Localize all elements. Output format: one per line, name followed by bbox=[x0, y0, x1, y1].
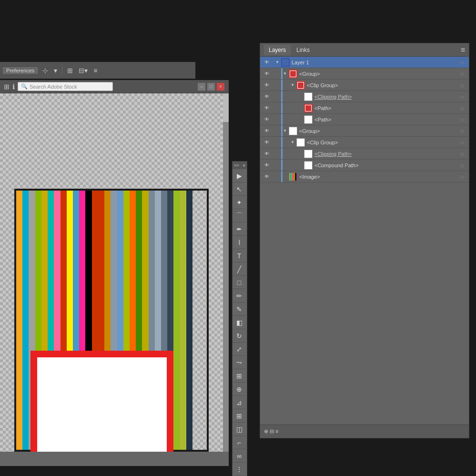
layer-target-circle[interactable]: ○ bbox=[456, 91, 469, 102]
shape-builder-tool[interactable]: ⊕ bbox=[233, 383, 246, 396]
expand-arrow-icon[interactable] bbox=[296, 102, 304, 114]
top-toolbar: Preferences ⊹ ▾ ⊞ ⊟▾ ≡ bbox=[0, 62, 195, 79]
layer-row[interactable]: 👁<Compound Path>○ bbox=[260, 160, 469, 171]
layer-row[interactable]: 👁▼<Clip Group>○ bbox=[260, 80, 469, 91]
grid-icon[interactable]: ⊞ bbox=[65, 66, 75, 75]
layer-visibility-icon[interactable]: 👁 bbox=[260, 114, 273, 125]
layer-thumbnail bbox=[304, 115, 313, 124]
layer-row[interactable]: 👁<Path>○ bbox=[260, 114, 469, 125]
layer-target-circle[interactable]: ○ bbox=[456, 137, 469, 148]
layer-target-circle[interactable]: ○ bbox=[456, 68, 469, 80]
scrollbar-thumb[interactable] bbox=[223, 93, 229, 122]
layer-visibility-icon[interactable]: 👁 bbox=[260, 102, 273, 114]
layer-name: <Clipping Path> bbox=[314, 151, 456, 157]
layers-list: 👁▼Layer 1○👁▼<Group>○👁▼<Clip Group>○👁<Cli… bbox=[260, 57, 469, 182]
pen-tool[interactable]: ✒ bbox=[233, 223, 246, 236]
layer-row[interactable]: 👁<Clipping Path>○ bbox=[260, 91, 469, 102]
expand-arrow-icon[interactable] bbox=[296, 160, 304, 171]
layer-visibility-icon[interactable]: 👁 bbox=[260, 57, 273, 68]
doc-titlebar: ⊞ ℹ 🔍 Search Adobe Stock – □ × bbox=[0, 80, 229, 93]
direct-selection-tool[interactable]: ↖ bbox=[233, 182, 246, 196]
layers-menu-icon[interactable]: ≡ bbox=[461, 46, 465, 54]
preferences-button[interactable]: Preferences bbox=[2, 66, 39, 75]
selection-tool[interactable]: ▶ bbox=[233, 169, 246, 182]
layer-thumbnail bbox=[289, 70, 297, 78]
magic-wand-tool[interactable]: ✦ bbox=[233, 196, 246, 209]
layer-name: <Image> bbox=[299, 174, 456, 180]
lasso-tool[interactable]: ⌒ bbox=[233, 209, 246, 223]
layer-target-circle[interactable]: ○ bbox=[456, 160, 469, 171]
toolbox: >> × ▶↖✦⌒✒⌇T╱□✏✎◧↻⤢⤳⊞⊕⊿⊞◫⌐∞⋮▐⊟⊘✋⌕ bbox=[232, 161, 247, 476]
eraser-tool[interactable]: ◧ bbox=[233, 316, 246, 329]
type-tool[interactable]: T bbox=[233, 249, 246, 263]
collapse-arrow-icon[interactable]: ▼ bbox=[289, 137, 296, 148]
info-icon[interactable]: ℹ bbox=[12, 83, 15, 91]
layer-row[interactable]: 👁<Path>○ bbox=[260, 102, 469, 114]
collapse-arrow-icon[interactable]: ▼ bbox=[273, 57, 281, 68]
layer-thumbnail bbox=[304, 92, 313, 101]
close-button[interactable]: × bbox=[216, 82, 225, 91]
layer-target-circle[interactable]: ○ bbox=[456, 171, 469, 182]
layer-row[interactable]: 👁▼<Group>○ bbox=[260, 68, 469, 80]
layer-row[interactable]: 👁▼<Group>○ bbox=[260, 125, 469, 137]
layer-row[interactable]: 👁▼<Clip Group>○ bbox=[260, 137, 469, 148]
maximize-button[interactable]: □ bbox=[207, 82, 215, 91]
layer-visibility-icon[interactable]: 👁 bbox=[260, 171, 273, 182]
layer-visibility-icon[interactable]: 👁 bbox=[260, 148, 273, 160]
mesh-tool[interactable]: ⊞ bbox=[233, 409, 246, 423]
layer-target-circle[interactable]: ○ bbox=[456, 80, 469, 91]
layer-thumbnail bbox=[296, 138, 305, 147]
toolbox-grip-icon: >> bbox=[234, 163, 239, 168]
blend-tool[interactable]: ∞ bbox=[233, 449, 246, 463]
rectangle-tool[interactable]: □ bbox=[233, 276, 246, 289]
layers-tabs: LayersLinks bbox=[264, 45, 314, 55]
free-transform-tool[interactable]: ⊞ bbox=[233, 369, 246, 383]
toolbox-close-icon[interactable]: × bbox=[243, 163, 245, 168]
line-tool[interactable]: ╱ bbox=[233, 263, 246, 276]
paintbrush-tool[interactable]: ✏ bbox=[233, 289, 246, 303]
layer-target-circle[interactable]: ○ bbox=[456, 148, 469, 160]
collapse-arrow-icon[interactable]: ▼ bbox=[289, 80, 296, 91]
layer-target-circle[interactable]: ○ bbox=[456, 125, 469, 137]
eyedropper-tool[interactable]: ⌐ bbox=[233, 436, 246, 449]
search-icon: 🔍 bbox=[21, 83, 28, 90]
layer-thumbnail bbox=[304, 150, 313, 158]
expand-arrow-icon[interactable] bbox=[296, 114, 304, 125]
layer-name: <Path> bbox=[314, 117, 456, 122]
layer-visibility-icon[interactable]: 👁 bbox=[260, 160, 273, 171]
snap-icon[interactable]: ⊹ bbox=[41, 66, 50, 75]
warp-tool[interactable]: ⤳ bbox=[233, 356, 246, 369]
snap-arrow-icon[interactable]: ▾ bbox=[52, 66, 59, 75]
layer-target-circle[interactable]: ○ bbox=[456, 102, 469, 114]
list-icon[interactable]: ≡ bbox=[91, 66, 99, 75]
layer-visibility-icon[interactable]: 👁 bbox=[260, 91, 273, 102]
search-bar[interactable]: 🔍 Search Adobe Stock bbox=[18, 82, 113, 91]
layer-row[interactable]: 👁▼Layer 1○ bbox=[260, 57, 469, 68]
minimize-button[interactable]: – bbox=[197, 82, 206, 91]
layer-row[interactable]: 👁<Image>○ bbox=[260, 171, 469, 182]
tab-links[interactable]: Links bbox=[292, 45, 314, 55]
layer-visibility-icon[interactable]: 👁 bbox=[260, 125, 273, 137]
scale-tool[interactable]: ⤢ bbox=[233, 343, 246, 356]
align-icon[interactable]: ⊟▾ bbox=[77, 66, 90, 75]
layer-target-circle[interactable]: ○ bbox=[456, 114, 469, 125]
gradient-tool[interactable]: ◫ bbox=[233, 423, 246, 436]
vertical-scrollbar[interactable] bbox=[223, 93, 229, 452]
layers-bottom-bar: ⊕ ⊟ ≡ bbox=[260, 425, 469, 438]
layer-visibility-icon[interactable]: 👁 bbox=[260, 68, 273, 80]
layer-visibility-icon[interactable]: 👁 bbox=[260, 137, 273, 148]
layout-icon[interactable]: ⊞ bbox=[4, 83, 10, 91]
pencil-tool[interactable]: ✎ bbox=[233, 303, 246, 316]
expand-arrow-icon[interactable] bbox=[296, 148, 304, 160]
rotate-tool[interactable]: ↻ bbox=[233, 329, 246, 343]
layer-row[interactable]: 👁<Clipping Path>○ bbox=[260, 148, 469, 160]
curvature-tool[interactable]: ⌇ bbox=[233, 236, 246, 249]
perspective-tool[interactable]: ⊿ bbox=[233, 396, 246, 409]
tab-layers[interactable]: Layers bbox=[264, 45, 291, 55]
search-placeholder: Search Adobe Stock bbox=[30, 84, 77, 90]
layer-target-circle[interactable]: ○ bbox=[456, 57, 469, 68]
layer-visibility-icon[interactable]: 👁 bbox=[260, 80, 273, 91]
layer-thumbnail bbox=[289, 127, 297, 135]
expand-arrow-icon[interactable] bbox=[296, 91, 304, 102]
symbol-sprayer-tool[interactable]: ⋮ bbox=[233, 463, 246, 476]
